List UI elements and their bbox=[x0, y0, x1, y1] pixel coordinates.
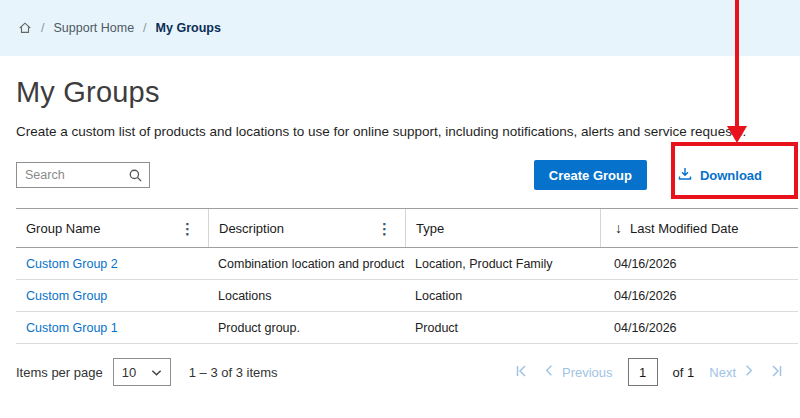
column-header-description[interactable]: Description ⋮ bbox=[208, 209, 405, 247]
last-page-icon bbox=[770, 364, 784, 381]
group-type: Location bbox=[405, 289, 600, 303]
group-description: Product group. bbox=[208, 321, 405, 335]
groups-table: Group Name ⋮ Description ⋮ Type ↓ Last M… bbox=[16, 208, 798, 344]
table-row: Custom Group 2 Combination location and … bbox=[16, 248, 798, 280]
items-per-page-select[interactable]: 10 bbox=[113, 358, 171, 386]
page-number-input[interactable] bbox=[628, 358, 658, 386]
column-label: Type bbox=[416, 221, 444, 236]
items-range-text: 1 – 3 of 3 items bbox=[189, 365, 278, 380]
group-modified-date: 04/16/2026 bbox=[600, 321, 798, 335]
column-header-last-modified[interactable]: ↓ Last Modified Date bbox=[600, 209, 798, 247]
page-title: My Groups bbox=[16, 76, 784, 109]
breadcrumb-separator: / bbox=[41, 21, 44, 35]
group-type: Location, Product Family bbox=[405, 257, 600, 271]
breadcrumb-separator: / bbox=[143, 21, 146, 35]
search-box bbox=[16, 162, 150, 188]
column-header-group-name[interactable]: Group Name ⋮ bbox=[16, 209, 208, 247]
page-count-text: of 1 bbox=[673, 365, 695, 380]
items-per-page-value: 10 bbox=[122, 365, 136, 380]
column-label: Last Modified Date bbox=[630, 221, 738, 236]
previous-page-button[interactable]: Previous bbox=[543, 364, 613, 380]
kebab-menu-icon[interactable]: ⋮ bbox=[177, 219, 198, 238]
chevron-down-icon bbox=[151, 365, 162, 380]
kebab-menu-icon[interactable]: ⋮ bbox=[374, 219, 395, 238]
items-per-page-label: Items per page bbox=[16, 365, 103, 380]
group-modified-date: 04/16/2026 bbox=[600, 289, 798, 303]
chevron-right-icon bbox=[742, 364, 755, 380]
table-row: Custom Group 1 Product group. Product 04… bbox=[16, 312, 798, 344]
last-page-button[interactable] bbox=[770, 364, 784, 381]
breadcrumb: / Support Home / My Groups bbox=[0, 0, 800, 56]
download-icon bbox=[677, 166, 693, 185]
column-label: Description bbox=[219, 221, 284, 236]
download-label: Download bbox=[700, 168, 762, 183]
previous-label: Previous bbox=[562, 365, 613, 380]
table-row: Custom Group Locations Location 04/16/20… bbox=[16, 280, 798, 312]
page-description: Create a custom list of products and loc… bbox=[16, 124, 784, 139]
next-label: Next bbox=[709, 365, 736, 380]
table-footer: Items per page 10 1 – 3 of 3 items Previ… bbox=[16, 358, 784, 386]
download-button[interactable]: Download bbox=[677, 166, 762, 185]
table-header-row: Group Name ⋮ Description ⋮ Type ↓ Last M… bbox=[16, 208, 798, 248]
first-page-button[interactable] bbox=[514, 364, 528, 381]
group-description: Combination location and product ... bbox=[208, 257, 405, 271]
sort-descending-arrow-icon: ↓ bbox=[615, 220, 622, 236]
toolbar: Create Group Download bbox=[16, 159, 784, 191]
group-name-link[interactable]: Custom Group 2 bbox=[16, 257, 208, 271]
breadcrumb-item-support-home[interactable]: Support Home bbox=[53, 21, 134, 35]
group-description: Locations bbox=[208, 289, 405, 303]
column-label: Group Name bbox=[26, 221, 100, 236]
next-page-button[interactable]: Next bbox=[709, 364, 755, 380]
search-icon[interactable] bbox=[128, 168, 143, 187]
group-type: Product bbox=[405, 321, 600, 335]
create-group-button[interactable]: Create Group bbox=[534, 160, 647, 190]
column-header-type[interactable]: Type bbox=[405, 209, 600, 247]
home-icon[interactable] bbox=[18, 21, 32, 35]
breadcrumb-item-my-groups: My Groups bbox=[156, 21, 221, 35]
pagination-controls: Previous of 1 Next bbox=[514, 358, 784, 386]
group-name-link[interactable]: Custom Group 1 bbox=[16, 321, 208, 335]
first-page-icon bbox=[514, 364, 528, 381]
chevron-left-icon bbox=[543, 364, 556, 380]
group-name-link[interactable]: Custom Group bbox=[16, 289, 208, 303]
group-modified-date: 04/16/2026 bbox=[600, 257, 798, 271]
